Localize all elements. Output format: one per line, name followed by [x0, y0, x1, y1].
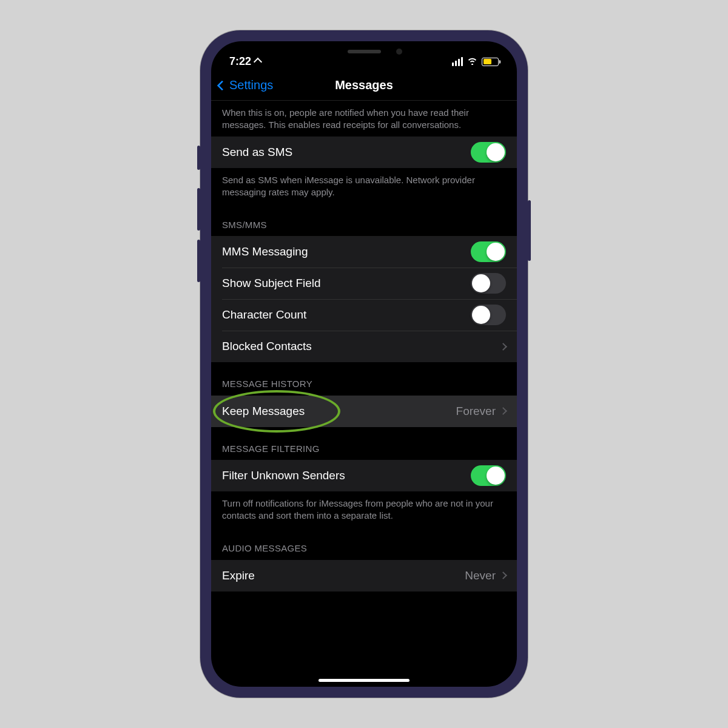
keep-messages-label: Keep Messages [222, 405, 305, 418]
chevron-right-icon [499, 407, 507, 415]
audio-messages-group: Expire Never [211, 560, 517, 592]
blocked-contacts-row[interactable]: Blocked Contacts [211, 331, 517, 362]
chevron-left-icon [217, 80, 228, 90]
filtering-footer: Turn off notifications for iMessages fro… [211, 491, 517, 527]
send-sms-footer: Send as SMS when iMessage is unavailable… [211, 168, 517, 204]
cellular-icon [452, 57, 463, 66]
filter-unknown-toggle[interactable] [471, 465, 506, 486]
audio-expire-row[interactable]: Expire Never [211, 560, 517, 592]
audio-expire-label: Expire [222, 569, 255, 582]
filter-unknown-label: Filter Unknown Senders [222, 469, 345, 482]
power-button [528, 200, 531, 261]
message-filtering-group: Filter Unknown Senders [211, 460, 517, 491]
audio-expire-value: Never [465, 569, 496, 582]
filter-unknown-row[interactable]: Filter Unknown Senders [211, 460, 517, 491]
wifi-icon [467, 55, 478, 68]
notch [294, 41, 434, 62]
blocked-contacts-label: Blocked Contacts [222, 340, 312, 353]
page-title: Messages [335, 78, 393, 92]
mms-messaging-row[interactable]: MMS Messaging [211, 236, 517, 268]
audio-messages-header: AUDIO MESSAGES [211, 527, 517, 559]
battery-fill [484, 59, 492, 64]
show-subject-toggle[interactable] [471, 273, 506, 294]
message-history-group: Keep Messages Forever [211, 396, 517, 427]
mms-messaging-label: MMS Messaging [222, 245, 308, 258]
read-receipts-footer: When this is on, people are notified whe… [211, 101, 517, 136]
phone-frame: 7:22 Settings Messages [200, 30, 528, 698]
sms-mms-header: SMS/MMS [211, 203, 517, 236]
back-button[interactable]: Settings [218, 78, 273, 92]
battery-icon [482, 58, 499, 66]
chevron-right-icon [499, 571, 507, 579]
send-as-sms-row[interactable]: Send as SMS [211, 136, 517, 168]
message-history-header: MESSAGE HISTORY [211, 362, 517, 395]
keep-messages-row[interactable]: Keep Messages Forever [211, 396, 517, 427]
settings-content[interactable]: When this is on, people are notified whe… [211, 101, 517, 687]
volume-down-button [197, 240, 200, 282]
nav-header: Settings Messages [211, 70, 517, 101]
chevron-right-icon [499, 343, 507, 351]
show-subject-row[interactable]: Show Subject Field [211, 268, 517, 299]
status-right [452, 55, 499, 68]
show-subject-label: Show Subject Field [222, 277, 321, 290]
speaker [348, 50, 381, 53]
mms-messaging-toggle[interactable] [471, 241, 506, 262]
character-count-label: Character Count [222, 308, 306, 322]
location-arrow-icon [254, 57, 262, 66]
sms-mms-group: MMS Messaging Show Subject Field Charact… [211, 236, 517, 362]
character-count-toggle[interactable] [471, 305, 506, 325]
status-time: 7:22 [229, 55, 251, 68]
message-filtering-header: MESSAGE FILTERING [211, 427, 517, 460]
back-label: Settings [229, 78, 273, 92]
home-indicator[interactable] [318, 679, 410, 682]
send-as-sms-label: Send as SMS [222, 146, 292, 159]
volume-up-button [197, 188, 200, 231]
mute-switch [197, 146, 200, 170]
status-left: 7:22 [229, 55, 261, 68]
front-camera [396, 49, 402, 55]
character-count-row[interactable]: Character Count [211, 299, 517, 331]
send-as-sms-toggle[interactable] [471, 142, 506, 163]
keep-messages-value: Forever [456, 405, 496, 418]
send-sms-group: Send as SMS [211, 136, 517, 168]
screen: 7:22 Settings Messages [211, 41, 517, 687]
